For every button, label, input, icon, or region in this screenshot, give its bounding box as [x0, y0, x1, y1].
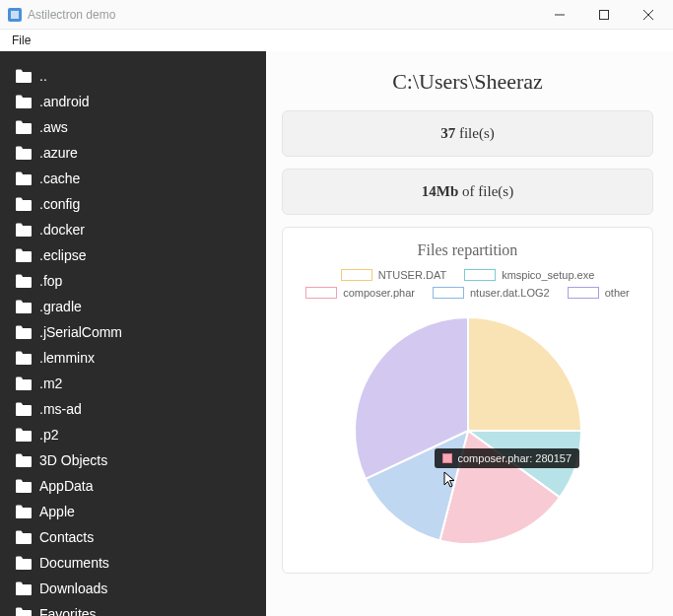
tree-item[interactable]: 3D Objects: [0, 447, 266, 473]
legend-item[interactable]: other: [568, 287, 630, 299]
tooltip-swatch: [442, 453, 452, 463]
tree-item-label: .gradle: [39, 299, 82, 314]
legend-label: ntuser.dat.LOG2: [470, 287, 550, 299]
pie-chart[interactable]: composer.phar: 280157: [350, 312, 586, 549]
tree-item-label: Favorites: [39, 606, 97, 616]
svg-rect-3: [599, 10, 608, 19]
current-path: C:\Users\Sheeraz: [282, 69, 653, 95]
tree-item[interactable]: Downloads: [0, 576, 266, 601]
folder-icon: [16, 171, 32, 185]
legend-item[interactable]: ntuser.dat.LOG2: [433, 287, 550, 299]
tooltip-text: composer.phar: 280157: [458, 452, 572, 464]
chart-card: Files repartition NTUSER.DATkmspico_setu…: [282, 227, 653, 574]
tree-item-label: .m2: [39, 376, 62, 391]
tree-item-label: .lemminx: [39, 350, 95, 366]
maximize-button[interactable]: [584, 0, 629, 30]
tree-item-label: .cache: [39, 171, 80, 186]
tree-item[interactable]: .config: [0, 191, 266, 217]
tree-item[interactable]: Favorites: [0, 601, 266, 616]
folder-icon: [16, 351, 32, 365]
folder-icon: [16, 402, 32, 416]
tree-item[interactable]: .jSerialComm: [0, 319, 266, 345]
folder-icon: [16, 300, 32, 313]
tree-item[interactable]: Contacts: [0, 524, 266, 550]
app-icon: [8, 8, 22, 22]
tree-item[interactable]: .p2: [0, 422, 266, 447]
legend-item[interactable]: composer.phar: [305, 287, 415, 299]
tree-item[interactable]: .docker: [0, 217, 266, 242]
tree-item-label: .docker: [39, 222, 85, 238]
tree-item[interactable]: ..: [0, 63, 266, 89]
tree-item-label: .azure: [39, 145, 78, 161]
legend-swatch: [433, 287, 464, 299]
chart-tooltip: composer.phar: 280157: [435, 448, 580, 468]
folder-icon: [16, 582, 32, 595]
tree-item-label: 3D Objects: [39, 452, 107, 468]
tree-item[interactable]: .lemminx: [0, 345, 266, 371]
tree-item[interactable]: .aws: [0, 114, 266, 140]
tree-item[interactable]: Documents: [0, 550, 266, 576]
file-size-value: 14Mb: [422, 183, 459, 199]
folder-icon: [16, 197, 32, 211]
legend-swatch: [305, 287, 337, 299]
legend-swatch: [341, 269, 372, 281]
folder-icon: [16, 325, 32, 339]
tree-item[interactable]: .fop: [0, 268, 266, 294]
legend-swatch: [568, 287, 599, 299]
folder-icon: [16, 428, 32, 442]
file-tree[interactable]: ...android.aws.azure.cache.config.docker…: [0, 51, 266, 616]
tree-item-label: .fop: [39, 273, 62, 289]
tree-item-label: Apple: [39, 504, 75, 519]
folder-icon: [16, 607, 32, 616]
folder-icon: [16, 223, 32, 237]
tree-item[interactable]: .cache: [0, 166, 266, 191]
folder-icon: [16, 479, 32, 493]
chart-title: Files repartition: [291, 241, 644, 259]
legend-label: composer.phar: [343, 287, 415, 299]
tree-item[interactable]: Apple: [0, 499, 266, 524]
tree-item[interactable]: .m2: [0, 371, 266, 396]
tree-item-label: .ms-ad: [39, 401, 82, 417]
tree-item[interactable]: .android: [0, 89, 266, 114]
tree-item[interactable]: .eclipse: [0, 242, 266, 268]
tree-item-label: ..: [39, 68, 47, 84]
chart-legend: NTUSER.DATkmspico_setup.execomposer.phar…: [291, 269, 644, 299]
pie-slice[interactable]: [468, 317, 581, 431]
file-count-card: 37 file(s): [282, 110, 653, 157]
tree-item-label: .config: [39, 196, 80, 212]
window-title: Astilectron demo: [28, 8, 540, 22]
file-count-label: file(s): [459, 125, 495, 141]
folder-icon: [16, 530, 32, 544]
folder-icon: [16, 556, 32, 570]
close-button[interactable]: [629, 0, 673, 30]
file-count-value: 37: [440, 125, 455, 141]
legend-label: other: [605, 287, 630, 299]
svg-rect-1: [11, 11, 19, 19]
tree-item[interactable]: AppData: [0, 473, 266, 499]
folder-icon: [16, 376, 32, 390]
folder-icon: [16, 248, 32, 262]
tree-item-label: .aws: [39, 119, 68, 135]
folder-icon: [16, 120, 32, 134]
legend-label: NTUSER.DAT: [378, 269, 446, 281]
tree-item-label: Downloads: [39, 581, 107, 596]
file-menu[interactable]: File: [6, 32, 36, 49]
file-size-label: of file(s): [462, 183, 513, 199]
folder-icon: [16, 69, 32, 83]
window-titlebar: Astilectron demo: [0, 0, 673, 30]
folder-icon: [16, 274, 32, 288]
tree-item[interactable]: .azure: [0, 140, 266, 166]
tree-item[interactable]: .ms-ad: [0, 396, 266, 422]
tree-item-label: .android: [39, 94, 90, 109]
folder-icon: [16, 146, 32, 160]
tree-item-label: .eclipse: [39, 247, 86, 263]
tree-item-label: .jSerialComm: [39, 324, 122, 340]
legend-swatch: [464, 269, 496, 281]
legend-item[interactable]: NTUSER.DAT: [341, 269, 446, 281]
legend-label: kmspico_setup.exe: [502, 269, 594, 281]
folder-icon: [16, 453, 32, 467]
minimize-button[interactable]: [540, 0, 584, 30]
main-panel: C:\Users\Sheeraz 37 file(s) 14Mb of file…: [266, 51, 673, 616]
legend-item[interactable]: kmspico_setup.exe: [464, 269, 594, 281]
tree-item[interactable]: .gradle: [0, 294, 266, 319]
